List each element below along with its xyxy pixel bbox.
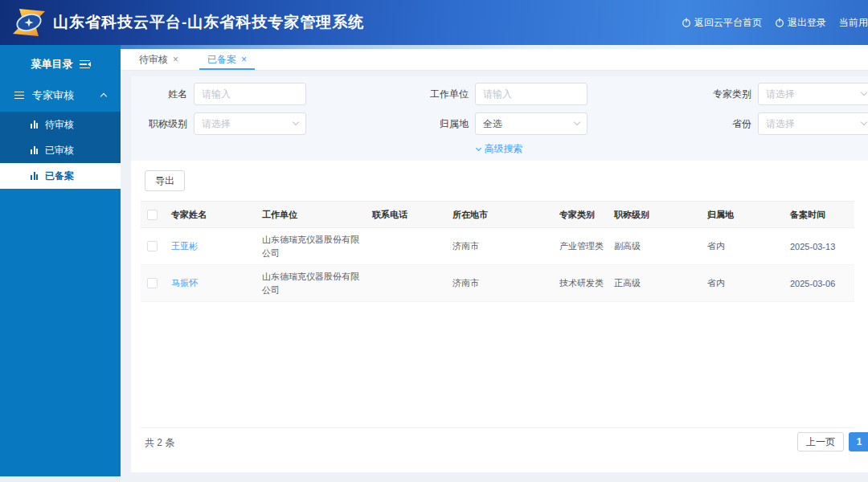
- sidebar-item-pending-review[interactable]: 待审核: [0, 112, 121, 137]
- prev-page-button[interactable]: 上一页: [797, 432, 844, 451]
- location-select[interactable]: [475, 112, 588, 135]
- logout-label: 退出登录: [788, 16, 826, 30]
- col-work-unit: 工作单位: [256, 202, 366, 228]
- sidebar-item-reviewed[interactable]: 已审核: [0, 137, 121, 163]
- date-cell: 2025-03-13: [784, 228, 854, 265]
- expert-table: 专家姓名 工作单位 联系电话 所在地市 专家类别 职称级别 归属地 备案时间 王…: [141, 201, 854, 302]
- menu-title-label: 菜单目录: [31, 57, 73, 71]
- return-platform-home-label: 返回云平台首页: [694, 16, 762, 30]
- filter-workunit: 工作单位: [420, 83, 588, 105]
- content-card: 姓名 工作单位 专家类别 职称级别 归属地 省份: [131, 76, 868, 472]
- company-cell: 山东德瑞克仪器股份有限公司: [256, 265, 366, 302]
- location-cell: 省内: [701, 228, 784, 265]
- advanced-search-label: 高级搜索: [485, 143, 523, 154]
- workunit-input[interactable]: [475, 83, 588, 105]
- header-actions: 返回云平台首页 退出登录 当前用户：山东: [682, 0, 868, 45]
- filter-section: 姓名 工作单位 专家类别 职称级别 归属地 省份: [131, 76, 868, 161]
- sidebar-item-label: 待审核: [45, 118, 74, 132]
- location-label: 归属地: [420, 117, 469, 131]
- filter-location: 归属地: [420, 112, 588, 135]
- footer-divider: [141, 427, 854, 428]
- page-number-button[interactable]: 1: [849, 432, 868, 451]
- workunit-label: 工作单位: [420, 88, 469, 101]
- bar-chart-icon: [31, 172, 38, 180]
- chevron-down-icon: [475, 145, 481, 151]
- return-platform-home-link[interactable]: 返回云平台首页: [682, 16, 762, 30]
- col-phone: 联系电话: [366, 202, 446, 228]
- name-input[interactable]: [194, 83, 306, 105]
- table-row: 马振怀 山东德瑞克仪器股份有限公司 济南市 技术研发类 正高级 省内 2025-…: [141, 265, 854, 302]
- col-location: 归属地: [701, 202, 784, 228]
- sidebar-item-label: 已审核: [45, 144, 74, 157]
- province-label: 省份: [703, 117, 751, 131]
- tab-bar: 待审核 × 已备案 ×: [121, 49, 868, 71]
- filter-province: 省份: [703, 112, 868, 135]
- close-icon[interactable]: ×: [241, 54, 247, 65]
- bar-chart-icon: [31, 146, 38, 154]
- sidebar: 菜单目录 专家审核 待审核 已审核 已备案: [0, 45, 121, 476]
- logout-link[interactable]: 退出登录: [775, 16, 826, 30]
- list-icon: [14, 92, 24, 100]
- pagination: 上一页 1: [797, 432, 868, 451]
- advanced-search-link[interactable]: 高级搜索: [131, 142, 868, 156]
- main-content: 待审核 × 已备案 × 姓名 工作单位 专家类别 职称级别: [121, 49, 868, 482]
- app-logo-icon: [11, 7, 47, 38]
- bar-chart-icon: [31, 120, 38, 129]
- sidebar-group-label: 专家审核: [32, 88, 74, 103]
- filter-title-level: 职称级别: [139, 112, 306, 135]
- chevron-up-icon: [100, 93, 107, 100]
- tab-label: 已备案: [207, 53, 236, 67]
- current-user-label: 当前用户：山东: [839, 16, 868, 30]
- sidebar-group-expert-review[interactable]: 专家审核: [0, 79, 121, 112]
- power-icon: [682, 18, 691, 27]
- category-cell: 技术研发类: [553, 265, 608, 302]
- company-cell: 山东德瑞克仪器股份有限公司: [256, 228, 366, 265]
- sidebar-item-label: 已备案: [45, 170, 74, 183]
- level-cell: 正高级: [608, 265, 701, 302]
- row-checkbox[interactable]: [147, 278, 158, 288]
- row-checkbox[interactable]: [147, 241, 158, 251]
- total-count-label: 共 2 条: [145, 436, 174, 450]
- city-cell: 济南市: [446, 228, 553, 265]
- power-icon: [775, 18, 784, 27]
- col-title-level: 职称级别: [608, 202, 701, 228]
- select-all-checkbox[interactable]: [147, 210, 158, 220]
- title-level-select[interactable]: [194, 112, 306, 135]
- name-label: 姓名: [139, 88, 187, 101]
- category-cell: 产业管理类: [553, 228, 608, 265]
- expert-category-select[interactable]: [758, 83, 868, 105]
- city-cell: 济南市: [446, 265, 553, 302]
- province-select[interactable]: [758, 112, 868, 135]
- date-cell: 2025-03-06: [784, 265, 854, 302]
- menu-collapse-icon[interactable]: [80, 60, 90, 69]
- close-icon[interactable]: ×: [173, 54, 178, 65]
- title-level-label: 职称级别: [139, 117, 187, 131]
- filter-name: 姓名: [139, 83, 306, 105]
- expert-name-link[interactable]: 马振怀: [171, 278, 198, 288]
- export-button[interactable]: 导出: [145, 170, 185, 191]
- app-header: 山东省科技云平台-山东省科技专家管理系统 返回云平台首页 退出登录 当前用户：山…: [0, 0, 868, 45]
- filter-expert-category: 专家类别: [703, 83, 868, 105]
- location-cell: 省内: [701, 265, 784, 302]
- table-row: 王亚彬 山东德瑞克仪器股份有限公司 济南市 产业管理类 副高级 省内 2025-…: [141, 228, 854, 265]
- sidebar-menu-title: 菜单目录: [0, 45, 121, 79]
- sidebar-item-recorded[interactable]: 已备案: [0, 163, 121, 189]
- tab-pending-review[interactable]: 待审核 ×: [131, 49, 186, 70]
- col-record-date: 备案时间: [784, 202, 854, 228]
- col-city: 所在地市: [446, 202, 553, 228]
- col-expert-category: 专家类别: [553, 202, 608, 228]
- level-cell: 副高级: [608, 228, 701, 265]
- table-header-row: 专家姓名 工作单位 联系电话 所在地市 专家类别 职称级别 归属地 备案时间: [141, 202, 854, 228]
- tab-label: 待审核: [139, 53, 168, 67]
- col-expert-name: 专家姓名: [165, 202, 256, 228]
- page-title: 山东省科技云平台-山东省科技专家管理系统: [53, 0, 364, 45]
- tab-recorded[interactable]: 已备案 ×: [199, 49, 255, 70]
- expert-name-link[interactable]: 王亚彬: [171, 241, 198, 251]
- expert-category-label: 专家类别: [703, 88, 751, 101]
